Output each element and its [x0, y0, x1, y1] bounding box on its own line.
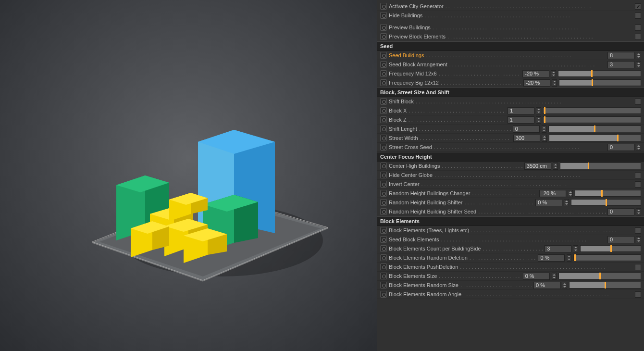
slider[interactable] [548, 125, 641, 132]
value-input[interactable]: 0 [607, 236, 634, 243]
spinner[interactable] [564, 199, 569, 206]
checkbox[interactable] [635, 181, 641, 188]
checkbox[interactable] [635, 34, 641, 40]
slider[interactable] [543, 116, 641, 123]
slider[interactable] [559, 79, 641, 86]
animate-button[interactable] [380, 107, 387, 114]
value-input[interactable]: -20 % [523, 79, 550, 87]
checkbox[interactable]: ✓ [635, 3, 641, 10]
animate-button[interactable] [380, 190, 387, 197]
checkbox[interactable] [635, 227, 641, 234]
animate-button[interactable] [380, 291, 387, 298]
checkbox[interactable] [635, 291, 641, 298]
animate-button[interactable] [380, 227, 387, 234]
slider[interactable] [575, 190, 641, 197]
spinner[interactable] [568, 190, 573, 197]
value-input[interactable]: 0 % [533, 282, 560, 289]
value-input[interactable]: 0 [607, 208, 634, 215]
spinner[interactable] [553, 163, 558, 170]
param-label: Seed Block Elements [389, 237, 439, 242]
animate-button[interactable] [380, 181, 387, 188]
animate-button[interactable] [380, 61, 387, 68]
animate-button[interactable] [380, 282, 387, 288]
value-input[interactable]: 8 [607, 52, 634, 59]
slider[interactable] [560, 163, 641, 169]
spinner[interactable] [636, 61, 641, 68]
viewport-3d[interactable] [0, 0, 377, 351]
animate-button[interactable] [380, 135, 387, 141]
value-input[interactable]: 0 % [535, 199, 562, 206]
spinner[interactable] [636, 144, 641, 151]
value-input[interactable]: 3 [545, 245, 571, 252]
checkbox[interactable] [635, 172, 641, 178]
label-dots: . . . . . . . . . . . . . . . . . . . . … [464, 200, 533, 205]
spinner[interactable] [636, 52, 641, 59]
value-input[interactable]: -20 % [522, 70, 549, 77]
checkbox[interactable] [635, 99, 641, 105]
value-input[interactable]: 3500 cm [524, 163, 551, 170]
checkbox[interactable] [635, 25, 641, 31]
param-label: Invert Center [389, 181, 420, 187]
label-dots: . . . . . . . . . . . . . . . . . . . . … [439, 71, 521, 76]
slider[interactable] [571, 199, 641, 206]
spinner[interactable] [567, 254, 571, 262]
checkbox[interactable] [635, 13, 641, 19]
value-input[interactable]: -20 % [539, 190, 566, 197]
spinner[interactable] [562, 282, 567, 289]
animate-button[interactable] [380, 79, 387, 86]
spinner[interactable] [542, 125, 546, 133]
slider[interactable] [569, 282, 641, 288]
animate-button[interactable] [380, 24, 387, 31]
animate-button[interactable] [380, 116, 387, 123]
animate-button[interactable] [380, 172, 387, 178]
animate-button[interactable] [380, 254, 387, 261]
value-input[interactable]: 0 % [538, 254, 565, 262]
animate-button[interactable] [380, 12, 387, 19]
spinner[interactable] [551, 70, 556, 77]
spinner[interactable] [552, 273, 557, 280]
animate-button[interactable] [380, 70, 387, 77]
value-input[interactable]: 1 [508, 116, 534, 124]
animate-button[interactable] [380, 3, 387, 10]
param-row-frequencyMid: Frequency Mid 12x6. . . . . . . . . . . … [377, 69, 644, 78]
animate-button[interactable] [380, 144, 387, 150]
value-input[interactable]: 0 [607, 144, 634, 151]
animate-button[interactable] [380, 263, 387, 270]
animate-button[interactable] [380, 98, 387, 105]
spinner[interactable] [636, 236, 641, 243]
value-input[interactable]: 0 [513, 125, 540, 133]
param-label: Random Height Building Shifter [389, 200, 462, 205]
slider[interactable] [580, 245, 641, 252]
param-row-randomHeightShifterSeed: Random Height Building Shifter Seed. . .… [377, 207, 644, 216]
spinner[interactable] [636, 208, 641, 215]
param-row-frequencyBig: Frequency Big 12x12. . . . . . . . . . .… [377, 78, 644, 88]
animate-button[interactable] [380, 273, 387, 279]
spinner[interactable] [536, 116, 541, 124]
spinner[interactable] [542, 135, 547, 142]
checkbox[interactable] [635, 264, 641, 270]
value-input[interactable]: 1 [508, 107, 534, 114]
label-dots: . . . . . . . . . . . . . . . . . . . . … [416, 99, 633, 104]
animate-button[interactable] [380, 245, 387, 252]
animate-button[interactable] [380, 236, 387, 243]
spinner[interactable] [536, 107, 541, 114]
spinner[interactable] [552, 79, 557, 87]
param-label: Center High Buildings [389, 163, 440, 169]
value-input[interactable]: 0 % [523, 273, 550, 280]
animate-button[interactable] [380, 208, 387, 215]
spinner[interactable] [573, 245, 578, 252]
label-dots: . . . . . . . . . . . . . . . . . . . . … [434, 172, 633, 178]
value-input[interactable]: 3 [607, 61, 634, 68]
animate-button[interactable] [380, 33, 387, 40]
param-label: Preview Block Elements [389, 34, 446, 39]
slider[interactable] [573, 254, 641, 261]
slider[interactable] [543, 107, 641, 114]
animate-button[interactable] [380, 125, 387, 132]
animate-button[interactable] [380, 163, 387, 169]
animate-button[interactable] [380, 52, 387, 59]
slider[interactable] [558, 70, 641, 77]
slider[interactable] [558, 273, 641, 279]
value-input[interactable]: 300 [513, 135, 540, 142]
slider[interactable] [549, 135, 641, 141]
animate-button[interactable] [380, 199, 387, 206]
